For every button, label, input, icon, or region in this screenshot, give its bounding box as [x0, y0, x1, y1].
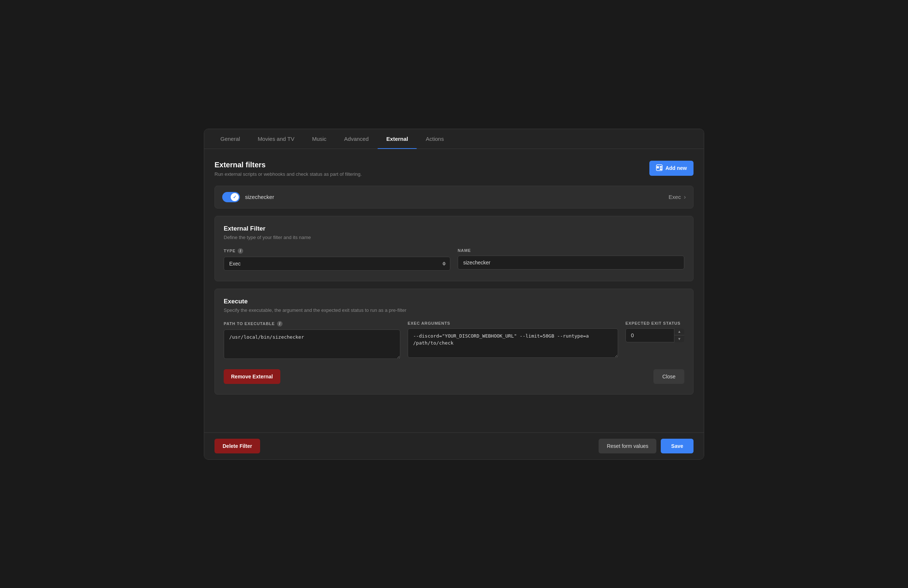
- path-info-icon[interactable]: i: [277, 321, 283, 326]
- form-action-row: Remove External Close: [224, 366, 684, 384]
- section-subtitle: Run external scripts or webhooks and che…: [214, 171, 362, 177]
- tab-actions[interactable]: Actions: [417, 129, 452, 149]
- type-info-icon[interactable]: i: [238, 248, 243, 254]
- form-section-title: External Filter: [224, 225, 684, 232]
- exit-input-wrapper: ▲ ▼: [625, 328, 684, 342]
- exit-field: EXPECTED EXIT STATUS ▲ ▼: [625, 321, 684, 342]
- execute-form-row: PATH TO EXECUTABLE i /usr/local/bin/size…: [224, 321, 684, 359]
- type-select[interactable]: Exec Webhook: [224, 257, 450, 271]
- section-title-block: External filters Run external scripts or…: [214, 161, 362, 177]
- bottom-bar: Delete Filter Reset form values Save: [204, 432, 704, 459]
- svg-rect-1: [657, 166, 659, 169]
- tab-general[interactable]: General: [211, 129, 249, 149]
- name-label: NAME: [458, 248, 684, 253]
- execute-subtitle: Specify the executable, the argument and…: [224, 307, 684, 313]
- main-window: General Movies and TV Music Advanced Ext…: [204, 129, 704, 459]
- exit-spinner-down[interactable]: ▼: [675, 335, 684, 342]
- close-button[interactable]: Close: [654, 369, 684, 384]
- name-field: NAME: [458, 248, 684, 271]
- path-input[interactable]: /usr/local/bin/sizechecker: [224, 329, 400, 359]
- exit-spinner-up[interactable]: ▲: [675, 328, 684, 336]
- add-new-icon: [656, 164, 663, 172]
- tab-advanced[interactable]: Advanced: [335, 129, 377, 149]
- external-filter-form: External Filter Define the type of your …: [214, 216, 694, 281]
- exit-label: EXPECTED EXIT STATUS: [625, 321, 684, 325]
- type-field: TYPE i Exec Webhook: [224, 248, 450, 271]
- toggle-knob: ✓: [231, 193, 239, 201]
- reset-form-button[interactable]: Reset form values: [599, 439, 656, 453]
- filter-item-card[interactable]: ✓ sizechecker Exec ›: [214, 186, 694, 209]
- chevron-right-icon: ›: [684, 194, 686, 201]
- tab-music[interactable]: Music: [303, 129, 335, 149]
- args-label: EXEC ARGUMENTS: [407, 321, 618, 325]
- tab-external[interactable]: External: [377, 129, 417, 149]
- execute-title: Execute: [224, 298, 684, 305]
- save-button[interactable]: Save: [661, 439, 694, 453]
- section-title: External filters: [214, 161, 362, 169]
- execute-form: Execute Specify the executable, the argu…: [214, 289, 694, 395]
- main-content: External filters Run external scripts or…: [204, 149, 704, 432]
- filter-item-left: ✓ sizechecker: [222, 192, 274, 202]
- exit-spinners: ▲ ▼: [674, 328, 684, 342]
- svg-rect-2: [660, 166, 662, 168]
- remove-external-button[interactable]: Remove External: [224, 369, 280, 384]
- section-header: External filters Run external scripts or…: [214, 161, 694, 177]
- delete-filter-button[interactable]: Delete Filter: [214, 439, 260, 453]
- toggle-check-icon: ✓: [233, 194, 237, 200]
- type-select-wrapper: Exec Webhook: [224, 257, 450, 271]
- filter-form-row: TYPE i Exec Webhook: [224, 248, 684, 271]
- tab-movies-tv[interactable]: Movies and TV: [249, 129, 303, 149]
- bottom-right-actions: Reset form values Save: [599, 439, 694, 453]
- toggle-switch[interactable]: ✓: [222, 192, 240, 202]
- tab-bar: General Movies and TV Music Advanced Ext…: [204, 129, 704, 149]
- path-label: PATH TO EXECUTABLE i: [224, 321, 400, 326]
- args-input[interactable]: --discord="YOUR_DISCORD_WEBHOOK_URL" --l…: [407, 328, 618, 358]
- add-new-label: Add new: [665, 165, 687, 171]
- filter-type-label: Exec: [668, 194, 681, 200]
- filter-item-right: Exec ›: [668, 194, 686, 201]
- svg-rect-3: [660, 169, 662, 170]
- type-label: TYPE i: [224, 248, 450, 254]
- spacer: [224, 359, 684, 366]
- path-field: PATH TO EXECUTABLE i /usr/local/bin/size…: [224, 321, 400, 359]
- form-section-subtitle: Define the type of your filter and its n…: [224, 235, 684, 240]
- args-field: EXEC ARGUMENTS --discord="YOUR_DISCORD_W…: [407, 321, 618, 358]
- name-input[interactable]: [458, 255, 684, 270]
- filter-name: sizechecker: [245, 194, 274, 200]
- add-new-button[interactable]: Add new: [649, 161, 694, 176]
